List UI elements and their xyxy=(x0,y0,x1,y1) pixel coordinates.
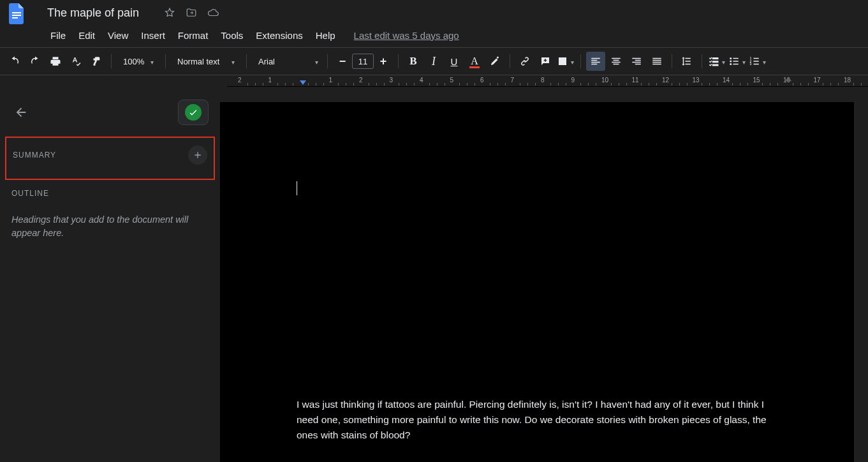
align-center-button[interactable] xyxy=(607,52,626,71)
chevron-down-icon xyxy=(571,56,574,66)
docs-logo[interactable] xyxy=(4,0,29,26)
outline-label: OUTLINE xyxy=(11,189,209,198)
font-size-input[interactable] xyxy=(352,54,374,69)
ruler-number: 2 xyxy=(359,77,363,84)
font-family-value: Arial xyxy=(258,57,275,66)
toolbar-separator xyxy=(398,54,399,68)
paragraph-style-value: Normal text xyxy=(177,57,219,66)
highlight-color-button[interactable] xyxy=(485,52,504,71)
ruler-number: 8 xyxy=(541,77,545,84)
align-right-button[interactable] xyxy=(627,52,646,71)
toolbar-separator xyxy=(672,54,672,68)
ruler-number: 1 xyxy=(268,77,272,84)
ruler-number: 9 xyxy=(571,77,575,84)
svg-text:3: 3 xyxy=(749,62,751,66)
document-title-input[interactable] xyxy=(42,5,157,21)
toolbar-separator xyxy=(702,54,702,68)
toolbar-separator xyxy=(111,54,112,68)
ruler-number: 13 xyxy=(693,77,700,84)
add-comment-button[interactable] xyxy=(536,52,555,71)
chevron-down-icon xyxy=(742,56,746,66)
underline-button[interactable]: U xyxy=(445,52,464,71)
menu-bar: File Edit View Insert Format Tools Exten… xyxy=(0,26,868,45)
paint-format-button[interactable] xyxy=(87,52,106,71)
ruler-number: 17 xyxy=(814,77,821,84)
close-outline-button[interactable] xyxy=(11,103,31,122)
last-edit-link[interactable]: Last edit was 5 days ago xyxy=(354,30,459,41)
paragraph-style-dropdown[interactable]: Normal text xyxy=(171,52,241,71)
add-summary-button[interactable] xyxy=(188,145,207,165)
spelling-grammar-chip[interactable] xyxy=(178,100,209,125)
redo-button[interactable] xyxy=(26,52,45,71)
summary-label: SUMMARY xyxy=(13,151,56,160)
print-button[interactable] xyxy=(46,52,65,71)
outline-panel-top xyxy=(11,100,209,125)
ruler-number: 12 xyxy=(662,77,669,84)
horizontal-ruler[interactable]: 21123456789101112131415161718 xyxy=(227,75,868,87)
document-body-text[interactable]: I was just thinking if tattoos are painf… xyxy=(297,397,779,443)
bulleted-list-button[interactable] xyxy=(728,52,747,71)
menu-format[interactable]: Format xyxy=(172,27,214,43)
document-canvas[interactable]: I was just thinking if tattoos are painf… xyxy=(220,87,868,462)
ruler-number: 2 xyxy=(238,77,242,84)
increase-font-size-button[interactable]: + xyxy=(374,52,393,71)
ruler-number: 10 xyxy=(601,77,608,84)
undo-button[interactable] xyxy=(5,52,24,71)
checklist-button[interactable] xyxy=(707,52,726,71)
insert-image-button[interactable] xyxy=(556,52,575,71)
ruler-number: 14 xyxy=(723,77,730,84)
right-indent-marker[interactable] xyxy=(785,77,791,81)
star-icon[interactable] xyxy=(161,4,179,22)
toolbar-separator xyxy=(510,54,510,68)
italic-button[interactable]: I xyxy=(424,52,443,71)
zoom-dropdown[interactable]: 100% xyxy=(117,52,160,71)
ruler-number: 6 xyxy=(480,77,484,84)
text-color-button[interactable]: A xyxy=(465,52,484,71)
menu-edit[interactable]: Edit xyxy=(73,27,101,43)
font-size-group: − + xyxy=(333,52,393,71)
menu-extensions[interactable]: Extensions xyxy=(250,27,308,43)
ruler-number: 4 xyxy=(420,77,423,84)
ruler-number: 11 xyxy=(632,77,639,84)
document-page[interactable]: I was just thinking if tattoos are painf… xyxy=(220,102,854,462)
menu-tools[interactable]: Tools xyxy=(215,27,249,43)
ruler-number: 18 xyxy=(844,77,851,84)
svg-rect-0 xyxy=(12,12,21,13)
ruler-number: 5 xyxy=(450,77,454,84)
toolbar-separator xyxy=(580,54,581,68)
toolbar: 100% Normal text Arial − + B I U A 123 xyxy=(0,47,868,75)
chevron-down-icon xyxy=(232,57,235,66)
cloud-status-icon[interactable] xyxy=(204,4,222,22)
summary-section: SUMMARY xyxy=(5,137,215,180)
title-bar xyxy=(0,0,868,26)
svg-point-4 xyxy=(730,61,732,63)
toolbar-separator xyxy=(327,54,328,68)
insert-link-button[interactable] xyxy=(515,52,534,71)
chevron-down-icon xyxy=(315,57,318,66)
toolbar-separator xyxy=(246,54,247,68)
svg-rect-2 xyxy=(12,17,18,19)
toolbar-separator xyxy=(165,54,166,68)
spellcheck-button[interactable] xyxy=(66,52,85,71)
move-folder-icon[interactable] xyxy=(182,4,200,22)
numbered-list-button[interactable]: 123 xyxy=(748,52,767,71)
ruler-number: 15 xyxy=(753,77,760,84)
ruler-number: 1 xyxy=(329,77,333,84)
decrease-font-size-button[interactable]: − xyxy=(333,52,352,71)
menu-view[interactable]: View xyxy=(102,27,134,43)
align-left-button[interactable] xyxy=(586,52,605,71)
left-indent-marker[interactable] xyxy=(300,80,306,85)
align-justify-button[interactable] xyxy=(647,52,666,71)
menu-help[interactable]: Help xyxy=(310,27,341,43)
bold-button[interactable]: B xyxy=(404,52,423,71)
menu-insert[interactable]: Insert xyxy=(135,27,171,43)
outline-empty-hint: Headings that you add to the document wi… xyxy=(11,213,209,240)
font-family-dropdown[interactable]: Arial xyxy=(252,52,322,71)
check-icon xyxy=(185,104,202,121)
chevron-down-icon xyxy=(722,56,725,66)
main-area: SUMMARY OUTLINE Headings that you add to… xyxy=(0,87,868,462)
ruler-number: 7 xyxy=(511,77,515,84)
menu-file[interactable]: File xyxy=(45,27,71,43)
svg-point-5 xyxy=(730,63,732,65)
line-spacing-button[interactable] xyxy=(677,52,696,71)
